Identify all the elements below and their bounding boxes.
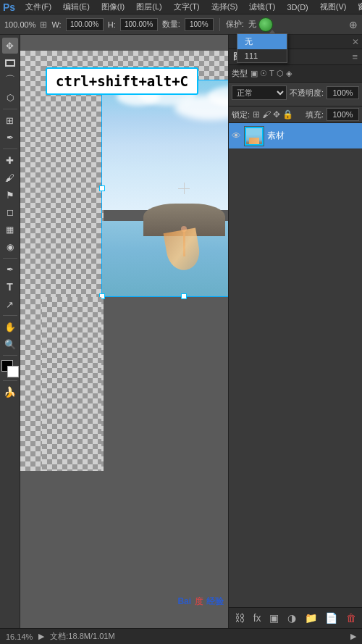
layer-item-suzai[interactable]: 👁 素材: [229, 123, 362, 149]
move-tool[interactable]: ✥: [2, 38, 18, 54]
color-swatches: [1, 360, 19, 377]
blur-tool[interactable]: ◉: [2, 239, 18, 255]
zoom-tool[interactable]: 🔍: [2, 336, 18, 352]
menu-view[interactable]: 视图(V): [317, 1, 350, 12]
canvas-workspace: 111: [20, 35, 228, 628]
zoom-display: 100.00%: [4, 20, 35, 29]
gradient-tool[interactable]: ▦: [2, 222, 18, 238]
path-select-tool[interactable]: ↗: [2, 296, 18, 312]
chain-icon: ⊞: [40, 20, 47, 30]
layer-fx-icon[interactable]: fx: [252, 611, 263, 625]
hand-icon: ✋: [4, 322, 16, 333]
banana-icon: 🍌: [4, 386, 16, 398]
menu-filter[interactable]: 滤镜(T): [246, 1, 278, 12]
fill-label: 填充:: [306, 109, 324, 120]
shape-layer-icon[interactable]: ⬡: [277, 69, 284, 78]
width-input[interactable]: [66, 18, 104, 31]
brush-tool[interactable]: 🖌: [2, 170, 18, 185]
lasso-icon: ⌒: [5, 74, 15, 87]
layer-name-text: 素材: [267, 130, 359, 142]
move-icon: ⊕: [349, 19, 358, 30]
menu-select[interactable]: 选择(S): [209, 1, 241, 12]
eyedropper-tool[interactable]: ✒: [2, 130, 18, 146]
shortcut-label: ctrl+shift+alt+C: [46, 67, 198, 95]
marquee-icon: [5, 59, 15, 67]
clone-tool[interactable]: ⚑: [2, 187, 18, 203]
transform-handle-bc[interactable]: [181, 293, 187, 299]
quick-select-tool[interactable]: ⬡: [2, 90, 18, 106]
photo-content: [102, 80, 228, 296]
pixel-layer-icon[interactable]: ▣: [251, 69, 258, 78]
background-color[interactable]: [7, 366, 19, 377]
zoom-level: 16.14%: [6, 632, 33, 641]
hand-tool[interactable]: ✋: [2, 319, 18, 335]
separator: [219, 18, 220, 31]
fill-input[interactable]: [327, 108, 359, 121]
lock-icons: ⊞ 🖌 ✥ 🔒: [253, 109, 293, 120]
lasso-tool[interactable]: ⌒: [2, 72, 18, 88]
baidu-logo: Bai: [177, 596, 191, 606]
document-area: [42, 51, 228, 471]
canvas-image-container[interactable]: [101, 80, 228, 297]
toolbar-sep-1: [3, 109, 17, 109]
crop-icon: ⊞: [6, 115, 14, 126]
move-icon: ✥: [6, 41, 14, 51]
lock-image-icon[interactable]: 🖌: [262, 109, 271, 120]
baidu-experience: 经验: [206, 596, 224, 606]
layer-visibility-toggle[interactable]: 👁: [232, 130, 241, 141]
blend-mode-select[interactable]: 正常: [232, 85, 287, 100]
delete-layer-icon[interactable]: 🗑: [345, 611, 358, 625]
menu-3d[interactable]: 3D(D): [284, 3, 311, 12]
quick-select-icon: ⬡: [7, 93, 14, 103]
transparency-bottom-left: [42, 297, 101, 471]
height-input[interactable]: [120, 18, 158, 31]
options-bar: 100.00% ⊞ W: H: 数量: 保护: 无 无 111 ⊕: [0, 14, 362, 35]
opacity-input[interactable]: [327, 86, 359, 99]
menu-text[interactable]: 文字(T): [171, 1, 203, 12]
eraser-icon: ◻: [7, 207, 14, 217]
baidu-watermark: Bai 度 经验: [177, 594, 224, 608]
protect-value: 无: [248, 19, 256, 30]
lock-position-icon[interactable]: ✥: [273, 109, 280, 120]
menu-file[interactable]: 文件(F): [22, 1, 54, 12]
healing-tool[interactable]: ✚: [2, 152, 18, 168]
count-input[interactable]: [185, 18, 214, 31]
layer-type-icons: ▣ ☉ T ⬡ ◈: [251, 69, 292, 78]
pen-tool[interactable]: ✒: [2, 262, 18, 277]
marquee-tool[interactable]: [2, 55, 18, 71]
type-icon[interactable]: T: [269, 69, 274, 78]
menu-window[interactable]: 窗口(W): [355, 1, 362, 12]
lock-all-icon[interactable]: 🔒: [282, 109, 293, 120]
transform-handle-ml[interactable]: [99, 185, 105, 191]
menu-image[interactable]: 图像(I): [98, 1, 127, 12]
banana-icon-item[interactable]: 🍌: [2, 384, 18, 400]
toolbar-sep-3: [3, 258, 17, 259]
toolbar-sep-2: [3, 149, 17, 149]
lock-pixels-icon[interactable]: ⊞: [253, 109, 260, 120]
adjustment-layer-icon[interactable]: ◑: [286, 611, 298, 625]
dropdown-arrow: [269, 30, 276, 34]
layer-thumbnail: [244, 126, 264, 146]
menu-layer[interactable]: 图层(L): [133, 1, 164, 12]
smart-object-icon[interactable]: ◈: [286, 69, 292, 78]
menu-bar: Ps 文件(F) 编辑(E) 图像(I) 图层(L) 文字(T) 选择(S) 滤…: [0, 0, 362, 14]
layer-mask-icon[interactable]: ▣: [268, 611, 280, 625]
crop-tool[interactable]: ⊞: [2, 112, 18, 128]
menu-edit[interactable]: 编辑(E): [60, 1, 93, 12]
panel-menu-icon[interactable]: ≡: [352, 51, 358, 62]
new-group-icon[interactable]: 📁: [303, 611, 319, 625]
new-layer-icon[interactable]: 📄: [324, 611, 339, 625]
layer-link-icon[interactable]: ⛓: [233, 611, 246, 625]
text-tool[interactable]: T: [2, 279, 18, 295]
toolbar-sep-5: [3, 355, 17, 356]
status-sep: ▶: [38, 632, 44, 641]
toolbar-sep-6: [3, 380, 17, 381]
eraser-tool[interactable]: ◻: [2, 204, 18, 220]
dropdown-item-none[interactable]: 无: [237, 34, 287, 49]
panel-close-btn[interactable]: ✕: [352, 37, 359, 47]
width-label: W:: [51, 20, 61, 29]
adjustment-icon[interactable]: ☉: [260, 69, 267, 78]
dropdown-item-111[interactable]: 111: [237, 49, 287, 62]
scroll-right[interactable]: ▶: [350, 632, 356, 641]
canvas-background: ctrl+shift+alt+C: [20, 35, 228, 628]
